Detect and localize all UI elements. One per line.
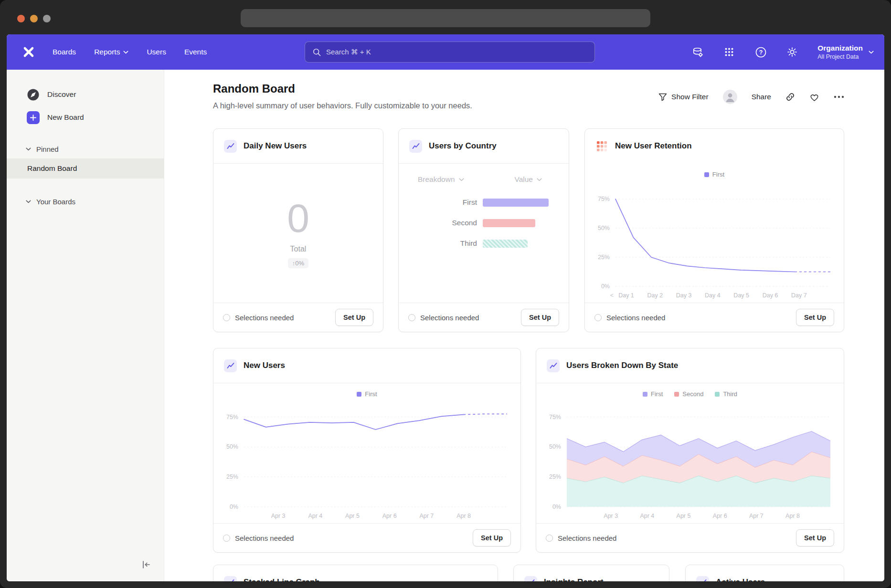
status-text: Selections needed xyxy=(558,534,616,542)
sidebar-section-pinned[interactable]: Pinned xyxy=(7,139,164,158)
window-minimize-button[interactable] xyxy=(30,15,38,22)
address-bar[interactable] xyxy=(241,9,650,27)
card-title: New User Retention xyxy=(615,141,692,151)
plus-icon xyxy=(27,111,40,124)
avatar[interactable] xyxy=(723,90,737,104)
more-options-button[interactable] xyxy=(834,95,844,98)
nav-right-group: ? Organization All Project Data xyxy=(691,34,874,70)
setup-button[interactable]: Set Up xyxy=(473,529,511,546)
data-management-icon[interactable] xyxy=(691,46,704,58)
svg-text:Apr 7: Apr 7 xyxy=(419,513,434,519)
card-header: Daily New Users xyxy=(213,129,383,164)
card-users-by-country[interactable]: Users by Country Breakdown Value First xyxy=(398,128,569,332)
page-title: Random Board xyxy=(213,82,295,95)
setup-button[interactable]: Set Up xyxy=(796,309,834,326)
card-daily-new-users[interactable]: Daily New Users 0 Total ↑0% Selections n… xyxy=(213,128,383,332)
insights-chart-icon xyxy=(524,576,537,582)
card-title: Users Broken Down By State xyxy=(566,361,678,370)
legend-label: Second xyxy=(682,390,703,398)
help-icon[interactable]: ? xyxy=(754,46,767,58)
svg-text:Apr 4: Apr 4 xyxy=(308,513,322,519)
nav-item-boards[interactable]: Boards xyxy=(53,48,76,56)
svg-text:Day 5: Day 5 xyxy=(733,292,749,299)
sidebar-item-new-board[interactable]: New Board xyxy=(7,106,164,129)
org-switcher[interactable]: Organization All Project Data xyxy=(817,44,874,60)
discover-compass-icon xyxy=(27,88,40,101)
big-number-label: Total xyxy=(290,245,307,253)
person-icon xyxy=(723,90,737,104)
card-stacked-line-graph[interactable]: Stacked Line Graph xyxy=(213,565,498,581)
nav-item-reports[interactable]: Reports xyxy=(94,48,128,56)
status-text: Selections needed xyxy=(235,534,294,542)
status-text: Selections needed xyxy=(606,314,665,322)
card-active-users[interactable]: Active Users xyxy=(685,565,844,581)
favorite-button[interactable] xyxy=(809,93,819,102)
search-input[interactable]: Search ⌘ + K xyxy=(305,42,595,63)
card-title: Daily New Users xyxy=(244,141,307,151)
card-footer: Selections needed Set Up xyxy=(399,303,569,332)
mixpanel-logo[interactable] xyxy=(22,45,35,59)
card-footer: Selections needed Set Up xyxy=(585,303,844,332)
legend-swatch xyxy=(643,392,647,397)
radio-icon xyxy=(223,535,230,542)
card-header: Insights Report xyxy=(514,565,669,581)
sidebar-section-your-boards[interactable]: Your Boards xyxy=(7,192,164,211)
page-subtitle: A high-level summary of user behaviors. … xyxy=(213,101,472,110)
insights-chart-icon xyxy=(547,359,560,372)
sidebar-item-random-board[interactable]: Random Board xyxy=(7,158,164,178)
link-icon xyxy=(785,92,795,102)
retention-grid-icon xyxy=(595,140,608,153)
insights-chart-icon xyxy=(409,140,422,153)
card-header: Users by Country xyxy=(399,129,569,164)
settings-gear-icon[interactable] xyxy=(786,46,798,58)
setup-button[interactable]: Set Up xyxy=(796,529,834,546)
sidebar-item-discover[interactable]: Discover xyxy=(7,83,164,106)
card-new-users[interactable]: New Users First 75%50%25%0%Apr 3Apr 4Apr… xyxy=(213,348,521,553)
value-dropdown[interactable]: Value xyxy=(515,175,542,184)
org-name: Organization xyxy=(817,44,863,52)
bar-second xyxy=(483,219,535,227)
copy-link-button[interactable] xyxy=(785,92,795,102)
sidebar-item-label: Random Board xyxy=(27,164,77,173)
svg-text:Apr 3: Apr 3 xyxy=(604,513,618,519)
card-insights-report[interactable]: Insights Report xyxy=(513,565,669,581)
heart-icon xyxy=(809,93,819,102)
setup-button[interactable]: Set Up xyxy=(521,309,559,326)
legend-item: Second xyxy=(674,390,703,398)
card-new-user-retention[interactable]: New User Retention First 75%50%25%0%Day … xyxy=(584,128,844,332)
status-text: Selections needed xyxy=(420,314,479,322)
search-placeholder: Search ⌘ + K xyxy=(326,48,371,56)
big-number-value: 0 xyxy=(287,198,309,238)
nav-label: Boards xyxy=(53,48,76,56)
svg-text:50%: 50% xyxy=(226,443,238,450)
legend-swatch xyxy=(704,172,709,177)
primary-nav: Boards Reports Users Events xyxy=(53,48,207,56)
show-filter-label: Show Filter xyxy=(671,93,709,101)
window-zoom-button[interactable] xyxy=(43,15,51,22)
window-close-button[interactable] xyxy=(17,15,25,22)
svg-text:Day 1: Day 1 xyxy=(618,292,634,299)
card-header: Stacked Line Graph xyxy=(213,565,498,581)
section-label: Your Boards xyxy=(36,198,75,206)
svg-text:?: ? xyxy=(759,49,763,56)
sidebar-collapse-button[interactable] xyxy=(139,557,153,572)
nav-item-events[interactable]: Events xyxy=(184,48,207,56)
new-users-line-chart: 75%50%25%0%Apr 3Apr 4Apr 5Apr 6Apr 7Apr … xyxy=(213,402,520,522)
legend-item: First xyxy=(357,390,377,398)
svg-text:0%: 0% xyxy=(552,504,561,510)
status-indicator: Selections needed xyxy=(546,534,616,542)
nav-item-users[interactable]: Users xyxy=(147,48,166,56)
svg-text:Apr 5: Apr 5 xyxy=(345,513,360,519)
show-filter-button[interactable]: Show Filter xyxy=(658,93,709,101)
card-header: Active Users xyxy=(686,565,844,581)
chevron-down-icon xyxy=(869,51,874,54)
bar-third xyxy=(483,240,528,248)
card-footer: Selections needed Set Up xyxy=(213,523,520,552)
apps-grid-icon[interactable] xyxy=(723,46,735,58)
card-users-by-state[interactable]: Users Broken Down By State First Second … xyxy=(536,348,844,553)
svg-text:50%: 50% xyxy=(598,225,610,231)
share-button[interactable]: Share xyxy=(752,93,771,101)
setup-button[interactable]: Set Up xyxy=(335,309,373,326)
breakdown-dropdown[interactable]: Breakdown xyxy=(418,175,464,184)
nav-label: Reports xyxy=(94,48,120,56)
